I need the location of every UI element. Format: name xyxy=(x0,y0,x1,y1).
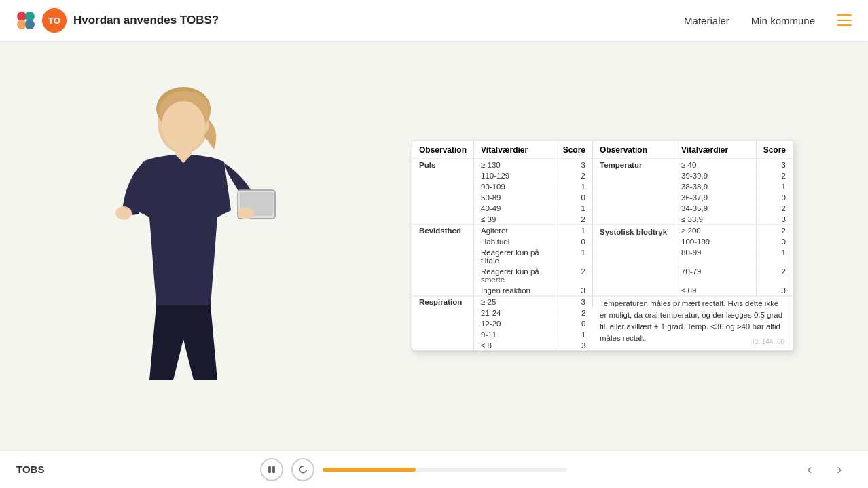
puls-score-3: 1 xyxy=(556,181,592,191)
pause-icon xyxy=(267,465,276,474)
puls-val-4: 50-89 xyxy=(474,191,556,202)
col-observation-1: Observation xyxy=(412,140,474,159)
svg-point-0 xyxy=(17,12,26,21)
logo-badge: TO xyxy=(42,8,67,33)
systolisk-label: Systolisk blodtryk xyxy=(592,225,674,296)
temp-val-4: 36-37,9 xyxy=(674,191,757,202)
svg-point-12 xyxy=(238,207,254,219)
temp-score-6: 3 xyxy=(756,213,793,225)
puls-val-2: 110-129 xyxy=(474,170,556,181)
temp-score-3: 1 xyxy=(756,181,793,191)
resp-score-4: 1 xyxy=(556,329,592,339)
hamburger-icon[interactable] xyxy=(837,14,852,26)
sys-score-5: 3 xyxy=(756,284,793,296)
progress-fill xyxy=(323,468,416,472)
bev-score-2: 0 xyxy=(556,236,592,246)
temp-val-1: ≥ 40 xyxy=(674,159,757,170)
bev-val-3: Reagerer kun på tiltale xyxy=(474,246,556,265)
resp-val-5: ≤ 8 xyxy=(474,339,556,350)
nav-materialer[interactable]: Materialer xyxy=(684,15,729,26)
bevidsthed-label: Bevidsthed xyxy=(412,225,474,296)
footer-label: TOBS xyxy=(16,464,71,475)
sys-val-5: ≤ 69 xyxy=(674,284,757,296)
svg-point-2 xyxy=(17,20,26,29)
svg-rect-13 xyxy=(268,466,271,473)
replay-icon xyxy=(298,465,308,474)
temp-label: Temperatur xyxy=(592,159,674,225)
resp-score-1: 3 xyxy=(556,296,592,307)
svg-rect-14 xyxy=(272,466,275,473)
slide-area: Observation Vitalværdier Score Observati… xyxy=(0,41,868,450)
person-image xyxy=(54,54,312,387)
dots-logo xyxy=(16,11,35,30)
bev-val-2: Habituel xyxy=(474,236,556,246)
puls-score-6: 2 xyxy=(556,213,592,225)
next-arrow[interactable]: › xyxy=(827,457,852,482)
nav-min-kommune[interactable]: Min kommune xyxy=(751,15,815,26)
puls-val-1: ≥ 130 xyxy=(474,159,556,170)
resp-val-3: 12-20 xyxy=(474,318,556,329)
resp-val-1: ≥ 25 xyxy=(474,296,556,307)
sys-score-1: 2 xyxy=(756,225,793,236)
header-nav: Materialer Min kommune xyxy=(684,14,852,26)
temp-score-1: 3 xyxy=(756,159,793,170)
nav-arrows: ‹ › xyxy=(797,457,852,482)
resp-val-2: 21-24 xyxy=(474,307,556,318)
puls-score-4: 0 xyxy=(556,191,592,202)
table-row: Bevidsthed Agiteret 1 Systolisk blodtryk… xyxy=(412,225,793,236)
puls-label: Puls xyxy=(412,159,474,225)
col-vitalvaerdier-1: Vitalværdier xyxy=(474,140,556,159)
slide-id: Id: 144_60 xyxy=(753,337,784,345)
svg-point-1 xyxy=(25,12,35,21)
resp-score-5: 3 xyxy=(556,339,592,350)
sys-score-2: 0 xyxy=(756,236,793,246)
puls-val-3: 90-109 xyxy=(474,181,556,191)
bev-val-5: Ingen reaktion xyxy=(474,284,556,296)
bev-score-3: 1 xyxy=(556,246,592,265)
bev-score-1: 1 xyxy=(556,225,592,236)
prev-arrow[interactable]: ‹ xyxy=(797,457,822,482)
sys-val-4: 70-79 xyxy=(674,265,757,284)
footer-controls xyxy=(260,458,567,481)
puls-score-1: 3 xyxy=(556,159,592,170)
temp-score-5: 2 xyxy=(756,202,793,213)
header-title: Hvordan anvendes TOBS? xyxy=(73,14,219,27)
resp-score-2: 2 xyxy=(556,307,592,318)
temp-val-5: 34-35,9 xyxy=(674,202,757,213)
table-row: Puls ≥ 130 3 Temperatur ≥ 40 3 xyxy=(412,159,793,170)
replay-button[interactable] xyxy=(291,458,314,481)
footer: TOBS ‹ › xyxy=(0,450,868,488)
sys-score-4: 2 xyxy=(756,265,793,284)
tobs-table: Observation Vitalværdier Score Observati… xyxy=(412,140,793,350)
pause-button[interactable] xyxy=(260,458,283,481)
respiration-label: Respiration xyxy=(412,296,474,351)
logo-container: TO Hvordan anvendes TOBS? xyxy=(16,8,219,33)
sys-val-1: ≥ 200 xyxy=(674,225,757,236)
bev-score-5: 3 xyxy=(556,284,592,296)
col-observation-2: Observation xyxy=(592,140,674,159)
sys-score-3: 1 xyxy=(756,246,793,265)
temp-val-2: 39-39,9 xyxy=(674,170,757,181)
header: TO Hvordan anvendes TOBS? Materialer Min… xyxy=(0,0,868,41)
svg-point-9 xyxy=(115,206,132,220)
progress-track[interactable] xyxy=(323,468,567,472)
puls-score-2: 2 xyxy=(556,170,592,181)
temp-score-4: 0 xyxy=(756,191,793,202)
puls-score-5: 1 xyxy=(556,202,592,213)
col-score-2: Score xyxy=(756,140,793,159)
col-score-1: Score xyxy=(556,140,592,159)
temp-score-2: 2 xyxy=(756,170,793,181)
bev-score-4: 2 xyxy=(556,265,592,284)
table-row: Respiration ≥ 25 3 Temperaturen måles pr… xyxy=(412,296,793,307)
temp-val-6: ≤ 33,9 xyxy=(674,213,757,225)
main-content: Observation Vitalværdier Score Observati… xyxy=(0,41,868,450)
tobs-table-container: Observation Vitalværdier Score Observati… xyxy=(412,140,793,351)
resp-val-4: 9-11 xyxy=(474,329,556,339)
sys-val-2: 100-199 xyxy=(674,236,757,246)
col-vitalvaerdier-2: Vitalværdier xyxy=(674,140,757,159)
resp-score-3: 0 xyxy=(556,318,592,329)
puls-val-5: 40-49 xyxy=(474,202,556,213)
svg-point-3 xyxy=(25,20,35,29)
temp-val-3: 38-38,9 xyxy=(674,181,757,191)
person-illustration xyxy=(88,75,278,387)
